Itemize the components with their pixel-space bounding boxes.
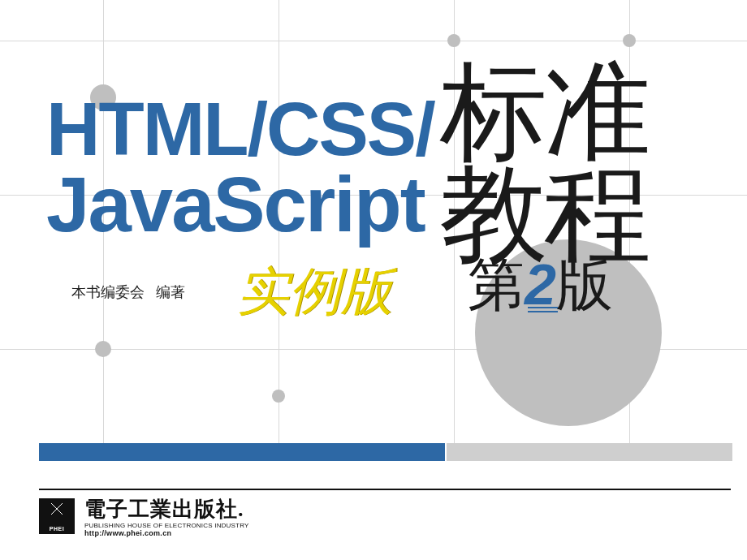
- title-chinese-line2: 教程: [440, 161, 648, 268]
- divider-bar-grey: [447, 443, 732, 461]
- publisher-logo-text: PHEI: [50, 526, 64, 532]
- edition-number: 2: [525, 256, 556, 313]
- publisher-url: http://www.phei.com.cn: [84, 529, 249, 537]
- grid-node-icon: [95, 341, 111, 357]
- publisher-name-english: PUBLISHING HOUSE OF ELECTRONICS INDUSTRY: [84, 522, 249, 529]
- title-english-line2: JavaScript: [46, 167, 425, 241]
- edition-suffix: 版: [556, 253, 613, 317]
- author-name: 本书编委会: [71, 284, 145, 300]
- publisher-logo-icon: PHEI: [39, 498, 75, 534]
- title-chinese-line1: 标准: [440, 58, 648, 166]
- publisher-footer: PHEI 電子工業出版社. PUBLISHING HOUSE OF ELECTR…: [39, 495, 249, 537]
- grid-node-icon: [623, 34, 636, 47]
- publisher-name: 電子工業出版社.: [84, 495, 249, 523]
- divider-bar-blue: [39, 443, 445, 461]
- grid-node-icon: [447, 34, 460, 47]
- edition-label: 第2版: [468, 256, 613, 313]
- grid-node-icon: [272, 390, 285, 403]
- edition-prefix: 第: [468, 253, 525, 317]
- author-role: 编著: [156, 284, 185, 300]
- footer-rule: [39, 489, 731, 490]
- example-edition-label: 实例版: [237, 256, 393, 327]
- author-line: 本书编委会 编著: [71, 282, 185, 302]
- title-english-line1: HTML/CSS/: [46, 94, 434, 165]
